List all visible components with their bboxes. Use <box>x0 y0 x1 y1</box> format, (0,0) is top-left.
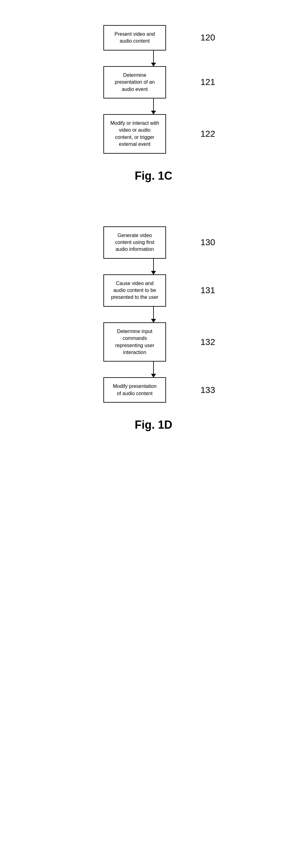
flow-box-122: Modify or interact with video or audio c… <box>103 114 166 154</box>
box-area-122: Modify or interact with video or audio c… <box>100 114 169 154</box>
row-120: Present video and audio content 120 <box>60 25 247 51</box>
label-area-132: 132 <box>169 337 207 347</box>
connector-130-131 <box>119 259 188 274</box>
arrow-down-5 <box>153 362 154 377</box>
page-container: Present video and audio content 120 Dete… <box>0 0 307 457</box>
row-130: Generate video content using first audio… <box>60 226 247 259</box>
fig1c-flow-diagram: Present video and audio content 120 Dete… <box>60 25 247 154</box>
box-132-text: Determine input commands representing us… <box>110 328 159 356</box>
fig1d-section: Generate video content using first audio… <box>0 214 307 444</box>
connector-121-122 <box>119 98 188 114</box>
connector-132-133 <box>119 362 188 377</box>
connector-120-121 <box>119 51 188 66</box>
flow-box-120: Present video and audio content <box>103 25 166 51</box>
flow-box-131: Cause video and audio content to be pres… <box>103 274 166 307</box>
label-132: 132 <box>201 337 215 347</box>
label-area-131: 131 <box>169 285 207 296</box>
box-131-text: Cause video and audio content to be pres… <box>110 280 159 301</box>
arrow-down-4 <box>153 307 154 322</box>
flow-box-130: Generate video content using first audio… <box>103 226 166 259</box>
fig1d-title: Fig. 1D <box>135 418 172 432</box>
label-133: 133 <box>201 385 215 395</box>
box-122-text: Modify or interact with video or audio c… <box>110 120 159 148</box>
flow-box-132: Determine input commands representing us… <box>103 322 166 362</box>
label-130: 130 <box>201 237 215 247</box>
label-121: 121 <box>201 77 215 87</box>
box-area-121: Determine presentation of an audio event <box>100 66 169 98</box>
row-121: Determine presentation of an audio event… <box>60 66 247 98</box>
label-area-121: 121 <box>169 77 207 87</box>
box-area-130: Generate video content using first audio… <box>100 226 169 259</box>
label-area-120: 120 <box>169 33 207 43</box>
box-120-text: Present video and audio content <box>110 31 159 45</box>
fig1d-flow-diagram: Generate video content using first audio… <box>60 226 247 403</box>
box-area-131: Cause video and audio content to be pres… <box>100 274 169 307</box>
box-130-text: Generate video content using first audio… <box>110 232 159 253</box>
flow-box-121: Determine presentation of an audio event <box>103 66 166 98</box>
box-area-133: Modify presentation of audio content <box>100 377 169 403</box>
fig1c-section: Present video and audio content 120 Dete… <box>0 12 307 195</box>
row-133: Modify presentation of audio content 133 <box>60 377 247 403</box>
label-area-133: 133 <box>169 385 207 395</box>
row-122: Modify or interact with video or audio c… <box>60 114 247 154</box>
row-131: Cause video and audio content to be pres… <box>60 274 247 307</box>
box-area-132: Determine input commands representing us… <box>100 322 169 362</box>
box-121-text: Determine presentation of an audio event <box>110 72 159 93</box>
label-122: 122 <box>201 129 215 139</box>
label-area-130: 130 <box>169 237 207 247</box>
label-area-122: 122 <box>169 129 207 139</box>
row-132: Determine input commands representing us… <box>60 322 247 362</box>
box-133-text: Modify presentation of audio content <box>110 383 159 397</box>
flow-box-133: Modify presentation of audio content <box>103 377 166 403</box>
label-131: 131 <box>201 285 215 296</box>
fig1c-title: Fig. 1C <box>135 169 172 183</box>
arrow-down-1 <box>153 51 154 66</box>
arrow-down-2 <box>153 98 154 114</box>
box-area-120: Present video and audio content <box>100 25 169 51</box>
label-120: 120 <box>201 33 215 43</box>
arrow-down-3 <box>153 259 154 274</box>
connector-131-132 <box>119 307 188 322</box>
section-divider <box>0 195 307 214</box>
